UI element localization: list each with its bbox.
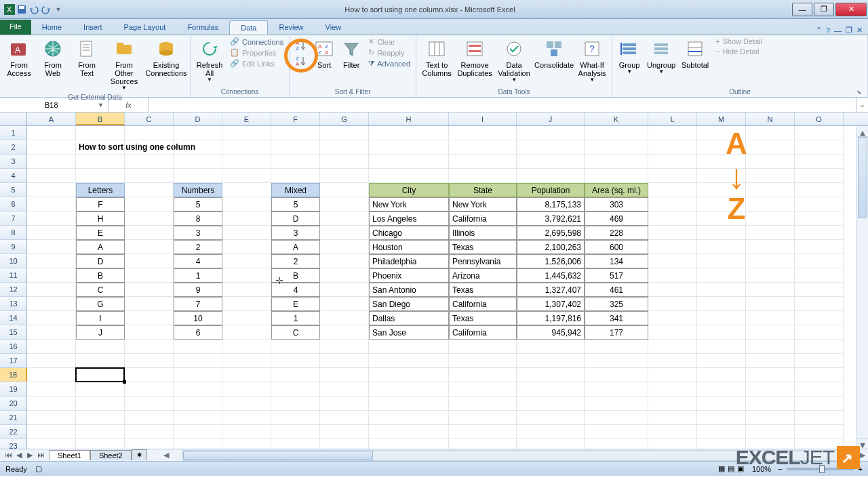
cell-C4[interactable] bbox=[125, 169, 174, 183]
cell-G20[interactable] bbox=[320, 396, 369, 411]
cell-J22[interactable] bbox=[517, 425, 585, 439]
cell-M13[interactable] bbox=[697, 297, 746, 311]
cell-I10[interactable]: Pennsylvania bbox=[449, 254, 517, 268]
remove-duplicates-button[interactable]: Remove Duplicates bbox=[456, 37, 494, 79]
cell-N21[interactable] bbox=[746, 411, 795, 425]
cell-C10[interactable] bbox=[125, 254, 174, 268]
col-header-K[interactable]: K bbox=[585, 113, 648, 125]
cell-D16[interactable] bbox=[174, 340, 222, 354]
cell-D20[interactable] bbox=[174, 396, 222, 411]
cell-G16[interactable] bbox=[320, 340, 369, 354]
cell-K9[interactable]: 600 bbox=[585, 240, 648, 254]
cell-A11[interactable] bbox=[27, 268, 76, 283]
cell-N13[interactable] bbox=[746, 297, 795, 311]
col-header-I[interactable]: I bbox=[449, 113, 517, 125]
cell-F19[interactable] bbox=[271, 382, 320, 396]
cell-B8[interactable]: E bbox=[76, 226, 125, 240]
cell-G6[interactable] bbox=[320, 197, 369, 211]
cell-N15[interactable] bbox=[746, 325, 795, 340]
row-header-23[interactable]: 23 bbox=[0, 439, 27, 449]
row-header-4[interactable]: 4 bbox=[0, 169, 27, 183]
cell-K5[interactable]: Area (sq. mi.) bbox=[585, 183, 648, 197]
cell-E5[interactable] bbox=[222, 183, 271, 197]
row-header-21[interactable]: 21 bbox=[0, 411, 27, 425]
cell-G21[interactable] bbox=[320, 411, 369, 425]
cell-E14[interactable] bbox=[222, 311, 271, 325]
cell-M15[interactable] bbox=[697, 325, 746, 340]
cell-L12[interactable] bbox=[648, 283, 697, 297]
cell-C14[interactable] bbox=[125, 311, 174, 325]
col-header-H[interactable]: H bbox=[369, 113, 449, 125]
col-header-G[interactable]: G bbox=[320, 113, 369, 125]
cell-A1[interactable] bbox=[27, 126, 76, 140]
cell-J4[interactable] bbox=[517, 169, 585, 183]
cell-F23[interactable] bbox=[271, 439, 320, 449]
cell-E7[interactable] bbox=[222, 211, 271, 226]
cell-L15[interactable] bbox=[648, 325, 697, 340]
row-header-9[interactable]: 9 bbox=[0, 240, 27, 254]
cell-F18[interactable] bbox=[271, 368, 320, 382]
cell-O4[interactable] bbox=[795, 169, 844, 183]
row-header-22[interactable]: 22 bbox=[0, 425, 27, 439]
cell-K14[interactable]: 341 bbox=[585, 311, 648, 325]
cell-O16[interactable] bbox=[795, 340, 844, 354]
filter-button[interactable]: Filter bbox=[338, 37, 364, 70]
cell-B9[interactable]: A bbox=[76, 240, 125, 254]
col-header-F[interactable]: F bbox=[271, 113, 320, 125]
fill-handle[interactable] bbox=[123, 380, 126, 384]
maximize-button[interactable]: ❐ bbox=[814, 3, 834, 16]
cell-H17[interactable] bbox=[369, 354, 449, 368]
cell-D2[interactable] bbox=[174, 140, 222, 155]
cell-I20[interactable] bbox=[449, 396, 517, 411]
tab-view[interactable]: View bbox=[315, 20, 353, 35]
cell-B10[interactable]: D bbox=[76, 254, 125, 268]
cell-F14[interactable]: 1 bbox=[271, 311, 320, 325]
row-header-15[interactable]: 15 bbox=[0, 325, 27, 340]
cell-F15[interactable]: C bbox=[271, 325, 320, 340]
cell-O11[interactable] bbox=[795, 268, 844, 283]
cell-B12[interactable]: C bbox=[76, 283, 125, 297]
cell-H8[interactable]: Chicago bbox=[369, 226, 449, 240]
cell-I8[interactable]: Illinois bbox=[449, 226, 517, 240]
cell-J17[interactable] bbox=[517, 354, 585, 368]
row-header-20[interactable]: 20 bbox=[0, 396, 27, 411]
cell-H16[interactable] bbox=[369, 340, 449, 354]
sheet-tab-1[interactable]: Sheet1 bbox=[49, 450, 90, 460]
cell-E19[interactable] bbox=[222, 382, 271, 396]
cell-K23[interactable] bbox=[585, 439, 648, 449]
row-header-3[interactable]: 3 bbox=[0, 155, 27, 169]
refresh-all-button[interactable]: Refresh All▼ bbox=[193, 37, 226, 85]
cell-K19[interactable] bbox=[585, 382, 648, 396]
existing-connections-button[interactable]: Existing Connections bbox=[145, 37, 187, 79]
cell-C17[interactable] bbox=[125, 354, 174, 368]
cell-E18[interactable] bbox=[222, 368, 271, 382]
cell-C19[interactable] bbox=[125, 382, 174, 396]
cell-N7[interactable] bbox=[746, 211, 795, 226]
consolidate-button[interactable]: Consolidate bbox=[534, 37, 574, 70]
cell-M9[interactable] bbox=[697, 240, 746, 254]
cell-F5[interactable]: Mixed bbox=[271, 183, 320, 197]
advanced-filter-item[interactable]: ⧩Advanced bbox=[366, 58, 413, 68]
cell-B11[interactable]: B bbox=[76, 268, 125, 283]
col-header-L[interactable]: L bbox=[648, 113, 697, 125]
cell-I7[interactable]: California bbox=[449, 211, 517, 226]
cell-N1[interactable] bbox=[746, 126, 795, 140]
cell-E12[interactable] bbox=[222, 283, 271, 297]
tab-review[interactable]: Review bbox=[268, 20, 314, 35]
cell-O10[interactable] bbox=[795, 254, 844, 268]
cell-I15[interactable]: California bbox=[449, 325, 517, 340]
cell-H3[interactable] bbox=[369, 155, 449, 169]
redo-icon[interactable] bbox=[41, 4, 52, 15]
cell-G3[interactable] bbox=[320, 155, 369, 169]
cell-O6[interactable] bbox=[795, 197, 844, 211]
cell-F2[interactable] bbox=[271, 140, 320, 155]
cell-H20[interactable] bbox=[369, 396, 449, 411]
cell-G10[interactable] bbox=[320, 254, 369, 268]
cell-C15[interactable] bbox=[125, 325, 174, 340]
cell-A20[interactable] bbox=[27, 396, 76, 411]
cell-L8[interactable] bbox=[648, 226, 697, 240]
cell-J21[interactable] bbox=[517, 411, 585, 425]
cell-I4[interactable] bbox=[449, 169, 517, 183]
cell-J23[interactable] bbox=[517, 439, 585, 449]
cell-G17[interactable] bbox=[320, 354, 369, 368]
